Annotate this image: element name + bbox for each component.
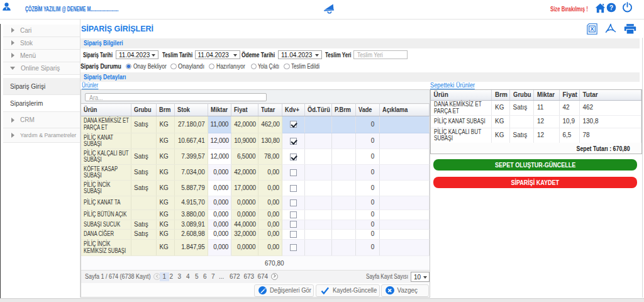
svg-text:?: ? (609, 4, 613, 11)
svg-text:X: X (590, 26, 594, 32)
